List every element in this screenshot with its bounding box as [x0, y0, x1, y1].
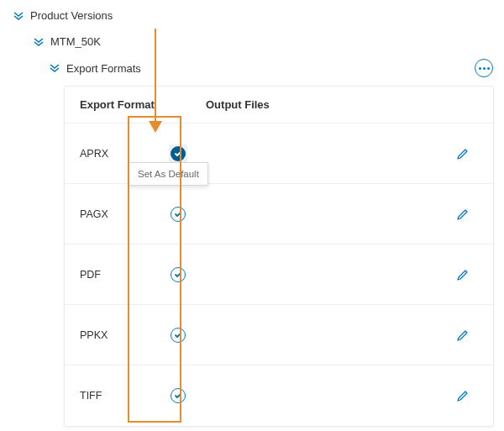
- pencil-icon: [456, 389, 470, 402]
- pencil-icon: [456, 268, 470, 281]
- format-name: PPKX: [80, 329, 150, 341]
- tree-item-export-formats[interactable]: Export Formats: [48, 62, 141, 75]
- edit-button[interactable]: [448, 389, 478, 402]
- expand-icon: [48, 62, 61, 74]
- tree-item-export-formats-row: Export Formats: [48, 59, 493, 77]
- format-name: PAGX: [80, 208, 150, 220]
- column-header-edit: [448, 98, 478, 111]
- set-default-button[interactable]: [171, 267, 186, 282]
- edit-button[interactable]: [448, 208, 478, 221]
- format-name: TIFF: [80, 390, 150, 402]
- table-row: APRX Set As Default: [65, 124, 493, 184]
- table-row: PDF: [65, 244, 493, 305]
- table-row: PPKX: [65, 305, 493, 365]
- table-header: Export Format Output Files: [65, 87, 493, 124]
- pencil-icon: [456, 147, 470, 160]
- format-name: APRX: [80, 148, 150, 160]
- column-header-format: Export Format: [80, 98, 206, 111]
- pencil-icon: [456, 208, 470, 221]
- expand-icon: [12, 10, 25, 22]
- edit-button[interactable]: [448, 268, 478, 281]
- export-formats-table: Export Format Output Files APRX S: [64, 86, 494, 427]
- tree-item-mtm-50k[interactable]: MTM_50K: [32, 33, 492, 50]
- format-name: PDF: [80, 269, 150, 281]
- tree-item-product-versions[interactable]: Product Versions: [12, 7, 492, 24]
- tree-item-label: Product Versions: [30, 9, 113, 22]
- edit-button[interactable]: [448, 147, 478, 160]
- table-row: PAGX: [65, 184, 493, 244]
- ellipsis-icon: [479, 67, 490, 70]
- table-row: TIFF: [65, 365, 493, 426]
- expand-icon: [32, 36, 45, 48]
- set-default-button[interactable]: [169, 145, 187, 163]
- tree-item-label: MTM_50K: [50, 35, 101, 48]
- set-default-button[interactable]: [171, 388, 186, 403]
- tree-item-label: Export Formats: [66, 62, 141, 75]
- column-header-output: Output Files: [206, 98, 448, 111]
- more-actions-button[interactable]: [475, 59, 493, 77]
- set-default-button[interactable]: [171, 207, 186, 222]
- set-default-button[interactable]: [171, 328, 186, 343]
- edit-button[interactable]: [448, 329, 478, 342]
- pencil-icon: [456, 329, 470, 342]
- set-default-tooltip: Set As Default: [129, 162, 208, 186]
